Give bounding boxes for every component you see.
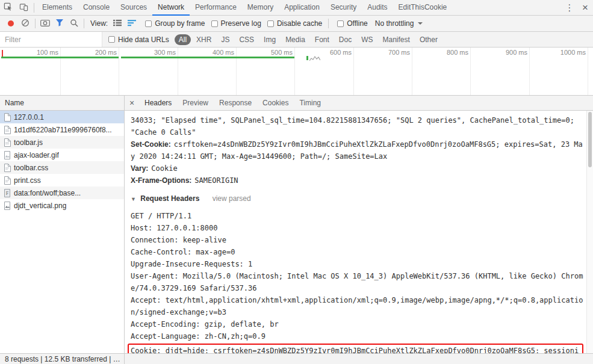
inspect-element-button[interactable] bbox=[0, 0, 16, 16]
overview-view-button[interactable] bbox=[125, 16, 139, 31]
detail-scrollbar[interactable] bbox=[586, 111, 593, 353]
tab-sources[interactable]: Sources bbox=[115, 0, 152, 16]
response-header-set-cookie: Set-Cookie:csrftoken=z4sDnWBZDz5Y9zIvr0m… bbox=[131, 138, 583, 162]
filter-pill-img[interactable]: Img bbox=[259, 34, 280, 45]
response-header-overflow: 34033; "Elapsed time", SQLPanel_sql_time… bbox=[131, 114, 583, 138]
filter-toggle-button[interactable] bbox=[52, 16, 67, 31]
timeline-gridline: 400 ms bbox=[236, 48, 237, 95]
request-row[interactable]: djdt_vertical.png bbox=[0, 199, 124, 212]
timeline-gridline: 300 ms bbox=[178, 48, 178, 95]
network-toolbar: View: Group by frame Preserve log Disabl… bbox=[0, 16, 593, 32]
timeline-sparkline-icon bbox=[309, 55, 320, 64]
small-rows-view-button[interactable] bbox=[110, 16, 125, 31]
timeline-gridline: 200 ms bbox=[119, 48, 119, 95]
timeline-event-marker bbox=[2, 50, 3, 57]
tab-application[interactable]: Application bbox=[279, 0, 325, 16]
timeline-overview[interactable]: 100 ms 200 ms 300 ms 400 ms 500 ms 600 m… bbox=[0, 48, 593, 96]
request-row[interactable]: toolbar.js bbox=[0, 136, 124, 149]
close-detail-button[interactable]: × bbox=[125, 98, 139, 108]
filter-pill-doc[interactable]: Doc bbox=[335, 34, 356, 45]
scrollbar-thumb[interactable] bbox=[588, 112, 592, 167]
filter-pill-ws[interactable]: WS bbox=[357, 34, 377, 45]
timeline-activity-mark bbox=[306, 56, 308, 60]
document-icon bbox=[4, 113, 11, 122]
request-row[interactable]: print.css bbox=[0, 174, 124, 187]
hide-data-urls-checkbox[interactable] bbox=[108, 36, 115, 43]
offline-checkbox[interactable] bbox=[337, 20, 344, 27]
filter-pill-js[interactable]: JS bbox=[217, 34, 234, 45]
record-button[interactable] bbox=[4, 16, 18, 31]
raw-request-line: User-Agent: Mozilla/5.0 (Macintosh; Inte… bbox=[131, 270, 583, 294]
detail-tab-preview[interactable]: Preview bbox=[177, 96, 214, 111]
detail-tabbar: × Headers Preview Response Cookies Timin… bbox=[125, 96, 593, 111]
detail-tab-response[interactable]: Response bbox=[214, 96, 257, 111]
view-parsed-link[interactable]: view parsed bbox=[213, 194, 251, 203]
chevron-down-icon bbox=[418, 22, 423, 25]
tab-elements[interactable]: Elements bbox=[37, 0, 78, 16]
close-icon: × bbox=[582, 2, 588, 14]
status-bar: 8 requests | 12.5 KB transferred | … bbox=[0, 353, 593, 364]
request-headers-section: ▼ Request Headers view parsed bbox=[131, 193, 583, 205]
device-toolbar-button[interactable] bbox=[16, 0, 31, 16]
filter-pill-other[interactable]: Other bbox=[415, 34, 442, 45]
filter-pill-media[interactable]: Media bbox=[281, 34, 309, 45]
name-column-header[interactable]: Name bbox=[0, 96, 124, 111]
detail-tab-cookies[interactable]: Cookies bbox=[257, 96, 294, 111]
triangle-down-icon[interactable]: ▼ bbox=[131, 196, 136, 202]
timeline-gridline: 800 ms bbox=[470, 48, 471, 95]
raw-request-line: Host: 127.0.0.1:8000 bbox=[131, 222, 583, 234]
request-row[interactable]: toolbar.css bbox=[0, 161, 124, 174]
throttling-select[interactable]: No throttling bbox=[375, 19, 423, 28]
stylesheet-icon bbox=[4, 164, 11, 172]
request-row[interactable]: ajax-loader.gif bbox=[0, 149, 124, 161]
detail-tab-timing[interactable]: Timing bbox=[294, 96, 326, 111]
filter-pill-font[interactable]: Font bbox=[311, 34, 334, 45]
timeline-activity-bar bbox=[1, 57, 119, 58]
tab-editthiscookie[interactable]: EditThisCookie bbox=[393, 0, 453, 16]
filter-input[interactable] bbox=[0, 32, 102, 47]
filter-pill-css[interactable]: CSS bbox=[235, 34, 258, 45]
capture-screenshots-button[interactable] bbox=[38, 16, 52, 31]
filter-pill-all[interactable]: All bbox=[175, 34, 191, 45]
request-headers-title[interactable]: Request Headers bbox=[140, 194, 199, 203]
tab-performance[interactable]: Performance bbox=[190, 0, 242, 16]
headers-content: 34033; "Elapsed time", SQLPanel_sql_time… bbox=[125, 111, 593, 353]
divider bbox=[34, 3, 34, 13]
raw-request-line: GET / HTTP/1.1 bbox=[131, 210, 583, 222]
close-devtools-button[interactable]: × bbox=[577, 0, 593, 16]
timeline-gridline: 900 ms bbox=[529, 48, 530, 95]
font-icon: F bbox=[4, 189, 11, 197]
tab-audits[interactable]: Audits bbox=[362, 0, 393, 16]
record-icon bbox=[8, 20, 14, 26]
preserve-log-checkbox[interactable] bbox=[211, 20, 218, 27]
raw-request-line: Accept: text/html,application/xhtml+xml,… bbox=[131, 294, 583, 318]
timeline-gridline: 600 ms bbox=[353, 48, 354, 95]
kebab-menu-icon: ⋮ bbox=[565, 2, 574, 13]
group-by-frame-checkbox[interactable] bbox=[145, 20, 152, 27]
search-icon bbox=[70, 19, 78, 29]
more-options-button[interactable]: ⋮ bbox=[562, 0, 577, 16]
cookie-highlight-box: Cookie: djdt=hide; csrftoken=z4sDnWBZDz5… bbox=[128, 344, 583, 353]
clear-icon bbox=[21, 19, 29, 29]
network-main: Name 127.0.0.1 1d1df6220ab711e9996760f8.… bbox=[0, 96, 593, 353]
tab-memory[interactable]: Memory bbox=[242, 0, 279, 16]
search-button[interactable] bbox=[67, 16, 81, 31]
preserve-log-label: Preserve log bbox=[221, 19, 261, 28]
request-row[interactable]: 1d1df6220ab711e9996760f8... bbox=[0, 123, 124, 136]
device-toolbar-icon bbox=[19, 2, 28, 13]
request-detail-panel: × Headers Preview Response Cookies Timin… bbox=[125, 96, 593, 353]
request-row[interactable]: F data:font/woff;base... bbox=[0, 187, 124, 199]
response-header-vary: Vary:Cookie bbox=[131, 162, 583, 174]
list-view-icon bbox=[113, 19, 122, 28]
clear-button[interactable] bbox=[18, 16, 33, 31]
throttling-value: No throttling bbox=[375, 19, 414, 28]
disable-cache-checkbox[interactable] bbox=[267, 20, 274, 27]
filter-pill-xhr[interactable]: XHR bbox=[192, 34, 216, 45]
request-summary: 8 requests | 12.5 KB transferred | … bbox=[0, 354, 125, 364]
detail-tab-headers[interactable]: Headers bbox=[139, 96, 177, 111]
filter-pill-manifest[interactable]: Manifest bbox=[379, 34, 414, 45]
request-row[interactable]: 127.0.0.1 bbox=[0, 111, 124, 123]
tab-network[interactable]: Network bbox=[152, 0, 190, 16]
tab-security[interactable]: Security bbox=[325, 0, 362, 16]
tab-console[interactable]: Console bbox=[78, 0, 115, 16]
